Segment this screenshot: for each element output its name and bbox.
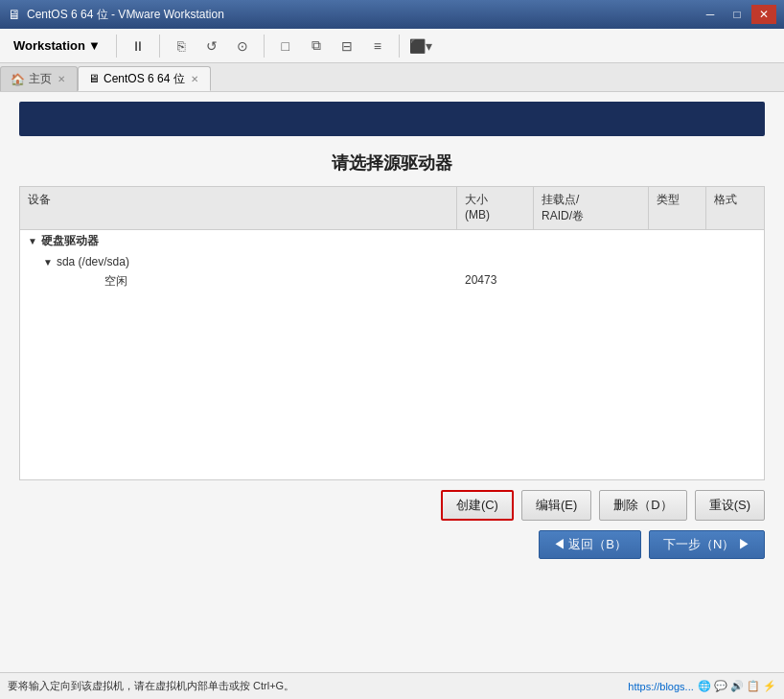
- sda-arrow: ▼: [43, 257, 53, 268]
- status-hint: 要将输入定向到该虚拟机，请在虚拟机内部单击或按 Ctrl+G。: [8, 679, 294, 693]
- tab-bar: 🏠 主页 ✕ 🖥 CentOS 6 64 位 ✕: [0, 63, 784, 92]
- unity-button[interactable]: ⧉: [303, 33, 330, 59]
- centos-icon: 🖥: [88, 72, 100, 85]
- pause-button[interactable]: ⏸: [125, 33, 151, 59]
- create-button[interactable]: 创建(C): [441, 490, 514, 521]
- tree-free-space[interactable]: 空闲 20473: [20, 271, 764, 291]
- tree-sda[interactable]: ▼ sda (/dev/sda): [20, 252, 764, 271]
- minimize-button[interactable]: ─: [698, 5, 723, 24]
- col-type: 类型: [649, 187, 706, 229]
- autofit-button[interactable]: ⊟: [334, 33, 360, 59]
- title-bar: 🖥 CentOS 6 64 位 - VMware Workstation ─ □…: [0, 0, 784, 29]
- free-type: [649, 271, 706, 291]
- drive-table: 设备 大小(MB) 挂载点/RAID/卷 类型 格式 ▼ 硬盘驱动器 ▼ sda…: [19, 186, 765, 480]
- view-button[interactable]: ⬛▾: [407, 33, 434, 59]
- table-body: ▼ 硬盘驱动器 ▼ sda (/dev/sda) 空闲 20473: [20, 230, 764, 479]
- free-format: [706, 271, 764, 291]
- tab-centos-label: CentOS 6 64 位: [104, 71, 185, 87]
- dropdown-arrow: ▼: [88, 38, 101, 53]
- tab-home-label: 主页: [29, 71, 52, 87]
- back-arrow-icon: ◀: [553, 537, 569, 551]
- bottom-section: 创建(C) 编辑(E) 删除（D） 重设(S) ◀ 返回（B） 下一步（N） ▶: [0, 480, 784, 569]
- snapshot-button[interactable]: ⎘: [168, 33, 195, 59]
- col-device: 设备: [20, 187, 457, 229]
- app-icon: 🖥: [8, 7, 21, 22]
- edit-button[interactable]: 编辑(E): [521, 490, 591, 521]
- status-url: https://blogs...: [628, 681, 693, 692]
- next-arrow-icon: ▶: [734, 537, 750, 551]
- snapshot-manager-button[interactable]: ⊙: [229, 33, 256, 59]
- free-mount: [534, 271, 649, 291]
- delete-button[interactable]: 删除（D）: [599, 490, 686, 521]
- nav-buttons: ◀ 返回（B） 下一步（N） ▶: [19, 530, 765, 559]
- hdd-arrow: ▼: [28, 236, 37, 246]
- reset-button[interactable]: 重设(S): [695, 490, 765, 521]
- vm-header-bar: [19, 102, 765, 136]
- hdd-label: 硬盘驱动器: [41, 233, 99, 249]
- dialog-title: 请选择源驱动器: [0, 136, 784, 186]
- workstation-label: Workstation: [13, 38, 85, 53]
- next-button[interactable]: 下一步（N） ▶: [649, 530, 765, 559]
- status-icons: 🌐 💬 🔊 📋 ⚡: [698, 680, 776, 692]
- separator-4: [399, 35, 400, 58]
- col-mount: 挂载点/RAID/卷: [534, 187, 649, 229]
- free-size: 20473: [457, 271, 534, 291]
- revert-button[interactable]: ↺: [198, 33, 225, 59]
- tab-home[interactable]: 🏠 主页 ✕: [0, 66, 78, 91]
- sda-label: sda (/dev/sda): [57, 255, 129, 268]
- fullscreen-button[interactable]: □: [272, 33, 299, 59]
- status-bar: 要将输入定向到该虚拟机，请在虚拟机内部单击或按 Ctrl+G。 https://…: [0, 672, 784, 699]
- menu-bar: Workstation ▼ ⏸ ⎘ ↺ ⊙ □ ⧉ ⊟ ≡ ⬛▾: [0, 29, 784, 63]
- title-text: CentOS 6 64 位 - VMware Workstation: [27, 7, 692, 23]
- tree-hdd-group[interactable]: ▼ 硬盘驱动器: [20, 230, 764, 252]
- tab-home-close[interactable]: ✕: [56, 73, 67, 85]
- separator-1: [116, 35, 117, 58]
- col-format: 格式: [706, 187, 764, 229]
- separator-2: [159, 35, 160, 58]
- table-header: 设备 大小(MB) 挂载点/RAID/卷 类型 格式: [20, 187, 764, 230]
- back-button[interactable]: ◀ 返回（B）: [539, 530, 641, 559]
- separator-3: [264, 35, 265, 58]
- workstation-menu[interactable]: Workstation ▼: [6, 35, 108, 57]
- maximize-button[interactable]: □: [725, 5, 749, 24]
- tab-centos[interactable]: 🖥 CentOS 6 64 位 ✕: [78, 66, 211, 91]
- home-icon: 🏠: [11, 73, 25, 86]
- ctrl-alt-del-button[interactable]: ≡: [364, 33, 391, 59]
- window-controls: ─ □ ✕: [698, 5, 776, 24]
- action-buttons: 创建(C) 编辑(E) 删除（D） 重设(S): [19, 490, 765, 521]
- main-content: 请选择源驱动器 设备 大小(MB) 挂载点/RAID/卷 类型 格式 ▼ 硬盘驱…: [0, 92, 784, 672]
- free-label: 空闲: [62, 271, 457, 291]
- status-right: https://blogs... 🌐 💬 🔊 📋 ⚡: [628, 680, 776, 692]
- col-size: 大小(MB): [457, 187, 534, 229]
- tab-centos-close[interactable]: ✕: [189, 73, 200, 85]
- close-button[interactable]: ✕: [751, 5, 776, 24]
